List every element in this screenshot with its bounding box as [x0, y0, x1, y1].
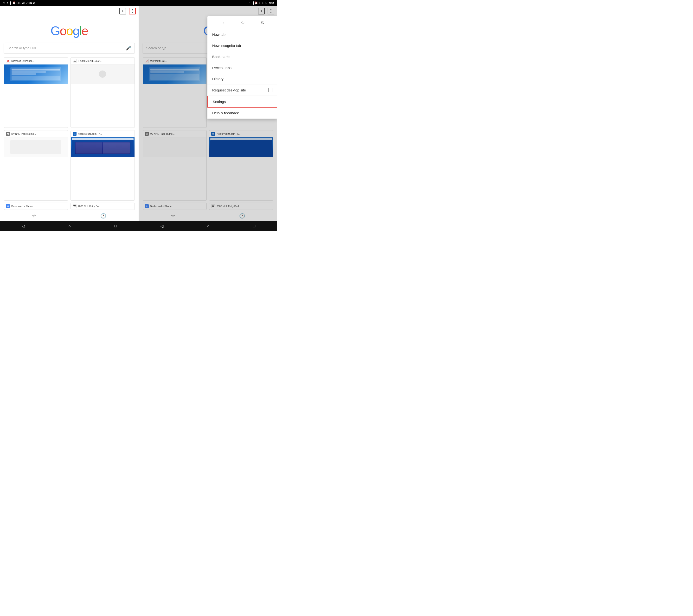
- thumb-image-xda: [71, 64, 135, 84]
- search-placeholder-left: Search or type URL: [7, 46, 124, 50]
- thumb-header-xda: xda [ROM][5.0.2][LRX22...: [71, 58, 135, 64]
- forward-button[interactable]: →: [220, 20, 225, 25]
- menu-item-new-tab[interactable]: New tab: [207, 29, 277, 40]
- android-nav: ◁ ○ □ ◁ ○ □: [0, 221, 277, 231]
- menu-label-settings: Settings: [213, 100, 226, 104]
- xda-placeholder: [99, 71, 106, 78]
- overflow-menu-button[interactable]: [129, 8, 136, 15]
- thumb-header-hockey: hb HockeyBuzz.com - N...: [71, 131, 135, 137]
- menu-dot-2: [132, 11, 133, 11]
- menu-item-history[interactable]: History: [207, 73, 277, 84]
- bluetooth-icon-left: ✦: [6, 1, 8, 4]
- thumb-title-nhl: My NHL Trade Rumo...: [11, 133, 66, 135]
- signal-icon-right: ▐: [252, 1, 254, 4]
- mic-icon-left[interactable]: 🎤: [126, 45, 131, 51]
- thumb-title-exchange: Microsoft Exchange...: [11, 60, 66, 62]
- location-icon: ◎: [3, 1, 5, 4]
- menu-item-recent-tabs[interactable]: Recent tabs: [207, 62, 277, 73]
- desktop-site-checkbox[interactable]: [268, 88, 272, 92]
- cast-icon: ◉: [33, 1, 35, 4]
- logo-e: e: [82, 24, 88, 38]
- thumb-header-nhl-draft: W 2006 NHL Entry Draf...: [71, 203, 135, 210]
- google-logo-area: Google: [0, 16, 139, 43]
- battery-right: 37: [265, 1, 268, 4]
- favicon-nhl: M: [6, 132, 10, 136]
- thumb-title-xda: [ROM][5.0.2][LRX22...: [78, 60, 133, 62]
- favicon-xda: xda: [73, 59, 77, 63]
- menu-label-history: History: [212, 77, 223, 81]
- favicon-nhl-draft: W: [73, 204, 77, 208]
- logo-l: l: [79, 24, 82, 38]
- hockey-bar-1: [72, 138, 134, 140]
- home-button-left[interactable]: ○: [68, 224, 71, 228]
- thumb-image-nhl: [4, 137, 68, 157]
- tab-count-button[interactable]: 1: [119, 8, 126, 15]
- time-right: 7:45: [269, 1, 274, 4]
- thumb-header-exchange: D Microsoft Exchange...: [4, 58, 68, 64]
- logo-g2: g: [73, 24, 79, 38]
- search-bar-left[interactable]: Search or type URL 🎤: [4, 43, 135, 54]
- menu-item-help-feedback[interactable]: Help & feedback: [207, 107, 277, 119]
- thumb-title-hockey: HockeyBuzz.com - N...: [78, 133, 133, 135]
- thumb-partial-nhl-draft[interactable]: W 2006 NHL Entry Draf...: [71, 203, 135, 210]
- logo-g: G: [51, 24, 60, 38]
- clock-icon-right: ⏰: [255, 1, 258, 4]
- thumb-partial-dashboard[interactable]: ⊞ Dashboard < Phone: [4, 203, 68, 210]
- thumb-header-dashboard: ⊞ Dashboard < Phone: [4, 203, 68, 210]
- battery-left: 37: [22, 1, 25, 4]
- menu-item-request-desktop[interactable]: Request desktop site: [207, 84, 277, 96]
- lte-label-right: LTE: [259, 1, 263, 4]
- overflow-dropdown-menu: → ☆ ↻ New tab New incognito tab Bookmark…: [207, 16, 277, 119]
- chrome-toolbar: 1: [0, 6, 139, 16]
- hockey-content: [71, 137, 135, 157]
- menu-item-new-incognito-tab[interactable]: New incognito tab: [207, 40, 277, 51]
- thumb-nhl[interactable]: M My NHL Trade Rumo...: [4, 130, 68, 201]
- dropdown-header: → ☆ ↻: [207, 16, 277, 29]
- lte-label-left: LTE: [17, 1, 21, 4]
- menu-label-help-feedback: Help & feedback: [212, 111, 239, 115]
- recents-button-left[interactable]: □: [115, 224, 117, 228]
- thumb-hockeybuzz[interactable]: hb HockeyBuzz.com - N...: [71, 130, 135, 201]
- back-button-right[interactable]: ◁: [160, 224, 163, 228]
- thumb-image-exchange: [4, 64, 68, 84]
- tab-count-label: 1: [122, 9, 123, 13]
- partial-thumbnails-left: ⊞ Dashboard < Phone W 2006 NHL Entry Dra…: [0, 201, 139, 210]
- time-left: 7:45: [26, 1, 32, 4]
- refresh-button[interactable]: ↻: [261, 20, 265, 25]
- menu-label-recent-tabs: Recent tabs: [212, 66, 232, 70]
- recents-button-right[interactable]: □: [253, 224, 256, 228]
- menu-label-request-desktop: Request desktop site: [212, 88, 246, 92]
- menu-item-bookmarks[interactable]: Bookmarks: [207, 51, 277, 62]
- left-phone-screen: 1 Google Search or type URL 🎤 D: [0, 6, 139, 221]
- clock-icon-left: ⏰: [12, 1, 16, 4]
- menu-dot-1: [132, 9, 133, 10]
- favicon-dashboard: ⊞: [6, 204, 10, 208]
- bookmark-nav-left[interactable]: ☆: [32, 213, 36, 219]
- status-bar-left: ◎ ✦ ▐ ⏰ LTE 37 7:45 ◉: [3, 1, 35, 4]
- google-logo: Google: [51, 24, 88, 38]
- menu-item-settings[interactable]: Settings: [207, 96, 277, 107]
- main-content: 1 Google Search or type URL 🎤 D: [0, 6, 277, 221]
- thumb-image-hockey: [71, 137, 135, 157]
- logo-o2: o: [66, 24, 73, 38]
- signal-icon-left: ▐: [9, 1, 11, 4]
- menu-label-bookmarks: Bookmarks: [212, 55, 230, 59]
- back-button-left[interactable]: ◁: [22, 224, 25, 228]
- thumb-title-dashboard: Dashboard < Phone: [11, 205, 66, 208]
- thumb-header-nhl: M My NHL Trade Rumo...: [4, 131, 68, 137]
- thumbnails-grid-left: D Microsoft Exchange... xda [ROM][5.0.: [0, 57, 139, 201]
- bookmark-star-button[interactable]: ☆: [241, 20, 245, 25]
- home-button-right[interactable]: ○: [207, 224, 209, 228]
- history-nav-left[interactable]: 🕐: [100, 213, 106, 219]
- hockey-img-area: [72, 140, 134, 156]
- logo-o1: o: [60, 24, 66, 38]
- status-bar-right: ✦ ▐ ⏰ LTE 37 7:45: [249, 1, 274, 4]
- menu-label-new-tab: New tab: [212, 33, 225, 37]
- bluetooth-icon-right: ✦: [249, 1, 251, 4]
- status-bar: ◎ ✦ ▐ ⏰ LTE 37 7:45 ◉ ✦ ▐ ⏰ LTE 37 7:45: [0, 0, 277, 6]
- menu-label-new-incognito-tab: New incognito tab: [212, 43, 241, 48]
- favicon-hockey: hb: [73, 132, 77, 136]
- right-phone-screen: 1 G Search or typ 🎤 D Microsoft E: [139, 6, 277, 221]
- thumb-microsoft-exchange[interactable]: D Microsoft Exchange...: [4, 57, 68, 128]
- thumb-xda[interactable]: xda [ROM][5.0.2][LRX22...: [71, 57, 135, 128]
